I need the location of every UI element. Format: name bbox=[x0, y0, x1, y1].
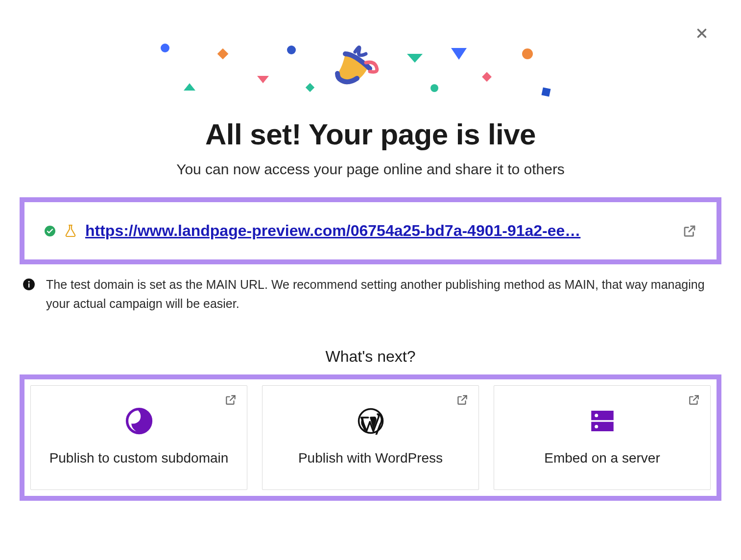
svg-point-9 bbox=[430, 84, 438, 92]
svg-rect-22 bbox=[591, 421, 614, 431]
svg-rect-7 bbox=[305, 83, 314, 92]
svg-rect-3 bbox=[217, 48, 228, 60]
option-label: Publish with WordPress bbox=[298, 449, 443, 467]
svg-marker-5 bbox=[257, 76, 269, 83]
open-external-icon[interactable] bbox=[682, 224, 697, 238]
svg-point-17 bbox=[28, 281, 30, 282]
live-url-link[interactable]: https://www.landpage-preview.com/06754a2… bbox=[85, 222, 673, 240]
wordpress-icon bbox=[355, 405, 386, 437]
info-icon bbox=[23, 278, 35, 291]
whats-next-heading: What's next? bbox=[20, 348, 721, 366]
open-external-icon bbox=[688, 394, 700, 408]
open-external-icon bbox=[456, 394, 469, 408]
svg-rect-20 bbox=[591, 411, 614, 420]
info-note: The test domain is set as the MAIN URL. … bbox=[23, 275, 718, 313]
confetti-illustration bbox=[141, 39, 601, 103]
option-label: Publish to custom subdomain bbox=[49, 449, 229, 467]
check-circle-icon bbox=[44, 225, 56, 237]
svg-point-2 bbox=[161, 44, 169, 52]
publish-options: Publish to custom subdomain Publish with… bbox=[20, 374, 721, 501]
open-external-icon bbox=[224, 394, 237, 408]
svg-marker-8 bbox=[407, 54, 423, 63]
page-subtitle: You can now access your page online and … bbox=[20, 161, 721, 178]
flask-icon bbox=[65, 224, 76, 238]
close-icon bbox=[695, 26, 708, 43]
option-embed-server[interactable]: Embed on a server bbox=[494, 385, 711, 490]
option-custom-subdomain[interactable]: Publish to custom subdomain bbox=[30, 385, 247, 490]
svg-marker-10 bbox=[451, 48, 467, 60]
svg-marker-4 bbox=[184, 83, 195, 91]
svg-point-12 bbox=[522, 48, 533, 59]
server-icon bbox=[587, 405, 618, 437]
svg-point-23 bbox=[595, 424, 598, 428]
svg-point-6 bbox=[287, 46, 296, 54]
svg-rect-11 bbox=[482, 72, 492, 82]
option-label: Embed on a server bbox=[544, 449, 660, 467]
info-note-text: The test domain is set as the MAIN URL. … bbox=[46, 275, 718, 313]
globe-icon bbox=[123, 405, 155, 437]
page-title: All set! Your page is live bbox=[20, 117, 721, 151]
close-button[interactable] bbox=[692, 24, 712, 44]
live-url-panel: https://www.landpage-preview.com/06754a2… bbox=[20, 197, 721, 264]
option-wordpress[interactable]: Publish with WordPress bbox=[262, 385, 479, 490]
svg-point-21 bbox=[595, 414, 598, 417]
svg-rect-16 bbox=[28, 283, 29, 288]
svg-rect-13 bbox=[541, 88, 550, 97]
